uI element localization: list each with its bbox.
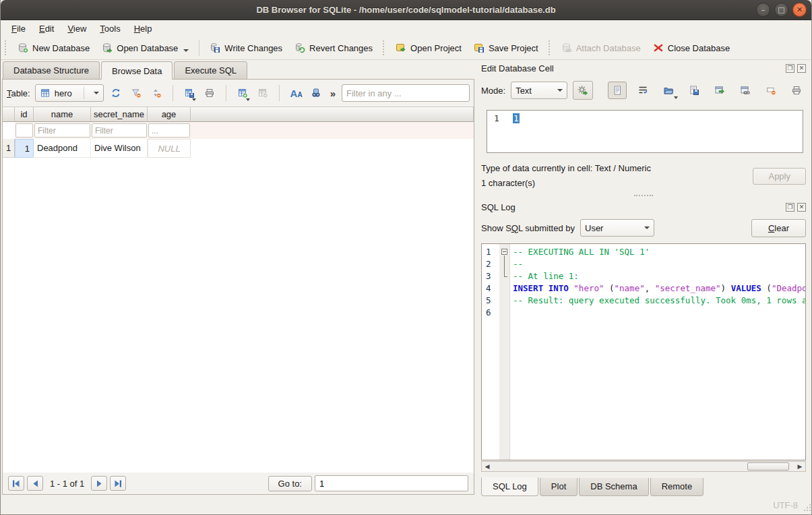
filter-input-age[interactable] bbox=[148, 123, 190, 138]
text-view-button[interactable] bbox=[608, 82, 627, 99]
row-header[interactable]: 1 bbox=[3, 139, 15, 158]
clear-log-button[interactable]: Clear bbox=[751, 219, 806, 237]
goto-input[interactable] bbox=[315, 475, 468, 491]
horizontal-scrollbar[interactable]: ◀ ▶ bbox=[481, 461, 806, 472]
export-table-dropdown-icon[interactable] bbox=[192, 98, 196, 101]
apply-button[interactable]: Apply bbox=[753, 168, 806, 185]
save-project-button[interactable]: Save Project bbox=[468, 40, 544, 56]
new-database-button[interactable]: New Database bbox=[11, 40, 96, 56]
revert-changes-button[interactable]: Revert Changes bbox=[288, 40, 379, 56]
close-database-button[interactable]: Close Database bbox=[647, 40, 737, 56]
delete-record-button[interactable] bbox=[255, 84, 271, 102]
import-data-dropdown-icon[interactable] bbox=[674, 96, 678, 99]
sql-source-select[interactable]: User bbox=[580, 219, 654, 237]
import-data-button[interactable] bbox=[659, 82, 678, 99]
tab-remote[interactable]: Remote bbox=[650, 478, 704, 496]
close-button[interactable]: ✕ bbox=[792, 3, 807, 17]
minimize-button[interactable]: – bbox=[756, 3, 770, 17]
tab-db-schema[interactable]: DB Schema bbox=[579, 478, 648, 496]
maximize-button[interactable]: □ bbox=[774, 3, 788, 17]
scroll-right-icon[interactable]: ▶ bbox=[794, 462, 805, 471]
column-header-name[interactable]: name bbox=[34, 107, 91, 122]
mode-label: Mode: bbox=[481, 86, 505, 96]
insert-record-dropdown-icon[interactable] bbox=[246, 98, 250, 101]
menu-item-edit[interactable]: Edit bbox=[32, 22, 61, 36]
copy-link-button[interactable] bbox=[736, 82, 755, 99]
table-select[interactable]: hero bbox=[35, 84, 104, 102]
menu-item-tools[interactable]: Tools bbox=[93, 22, 127, 36]
filter-input-name[interactable] bbox=[34, 123, 90, 138]
word-wrap-button[interactable] bbox=[633, 82, 652, 99]
dock-splitter[interactable] bbox=[481, 191, 806, 200]
close-dock-button[interactable]: ✕ bbox=[797, 64, 806, 73]
column-header-age[interactable]: age bbox=[148, 107, 191, 122]
tab-sql-log[interactable]: SQL Log bbox=[481, 477, 538, 496]
filter-row-header bbox=[3, 122, 15, 139]
refresh-button[interactable] bbox=[108, 84, 124, 102]
tab-plot[interactable]: Plot bbox=[540, 478, 577, 496]
previous-record-button[interactable] bbox=[27, 476, 43, 491]
filter-cell-name bbox=[34, 122, 91, 139]
link-icon bbox=[740, 85, 751, 96]
open-project-button[interactable]: Open Project bbox=[389, 40, 468, 56]
menu-item-file[interactable]: File bbox=[5, 22, 32, 36]
data-grid[interactable]: id name secret_name age bbox=[3, 107, 474, 473]
export-data-button[interactable] bbox=[685, 82, 704, 99]
clear-sorting-button[interactable] bbox=[148, 84, 164, 102]
toolbar-drag-handle[interactable] bbox=[5, 40, 9, 55]
cell-id[interactable]: 1 bbox=[15, 139, 34, 158]
grid-corner-header[interactable] bbox=[3, 107, 15, 122]
clear-filters-button[interactable] bbox=[129, 84, 144, 102]
format-toolbar-button[interactable]: AA bbox=[288, 84, 304, 102]
edit-cell-dock-header: Edit Database Cell ❐ ✕ bbox=[481, 61, 806, 75]
cell-name[interactable]: Deadpond bbox=[34, 139, 91, 158]
first-record-button[interactable] bbox=[8, 476, 24, 491]
cell-age[interactable]: NULL bbox=[148, 139, 191, 158]
last-record-icon bbox=[114, 480, 122, 487]
close-dock-button[interactable]: ✕ bbox=[797, 203, 806, 212]
tab-database-structure[interactable]: Database Structure bbox=[3, 61, 100, 79]
set-null-button[interactable] bbox=[761, 82, 780, 99]
sql-log-editor[interactable]: 123456 -- EXECUTING ALL IN 'SQL 1'---- A… bbox=[481, 243, 806, 460]
sql-line-numbers: 123456 bbox=[482, 244, 499, 460]
last-record-button[interactable] bbox=[110, 476, 126, 491]
toolbar-drag-handle[interactable] bbox=[383, 40, 387, 55]
tab-browse-data[interactable]: Browse Data bbox=[101, 61, 173, 80]
open-in-external-button[interactable] bbox=[710, 82, 729, 99]
filter-input-secret-name[interactable] bbox=[92, 123, 147, 138]
menu-item-view[interactable]: View bbox=[61, 22, 93, 36]
filter-any-column-input[interactable] bbox=[342, 84, 470, 102]
set-null-icon bbox=[766, 85, 776, 96]
print-cell-button[interactable] bbox=[787, 82, 806, 99]
filter-input-id[interactable] bbox=[15, 123, 33, 138]
toolbar-drag-handle[interactable] bbox=[549, 40, 553, 55]
cell-secret-name[interactable]: Dive Wilson bbox=[91, 139, 148, 158]
scroll-left-icon[interactable]: ◀ bbox=[482, 462, 493, 471]
find-in-table-button[interactable] bbox=[309, 84, 324, 102]
toolbar-overflow-icon[interactable]: » bbox=[329, 88, 337, 99]
mode-select[interactable]: Text bbox=[511, 82, 567, 99]
float-dock-button[interactable]: ❐ bbox=[786, 64, 794, 73]
column-header-id[interactable]: id bbox=[15, 107, 34, 122]
open-database-button[interactable]: Open Database bbox=[96, 40, 195, 56]
tab-execute-sql[interactable]: Execute SQL bbox=[174, 61, 247, 79]
export-table-button[interactable] bbox=[182, 84, 197, 102]
encoding-label: UTF-8 bbox=[773, 500, 798, 510]
fold-collapse-icon[interactable] bbox=[501, 249, 507, 255]
attach-database-button[interactable]: Attach Database bbox=[555, 40, 647, 56]
float-dock-button[interactable]: ❐ bbox=[786, 203, 794, 212]
menu-item-help[interactable]: Help bbox=[127, 22, 159, 36]
resize-grip[interactable] bbox=[803, 504, 811, 512]
sql-line: -- bbox=[513, 258, 805, 270]
write-changes-button[interactable]: Write Changes bbox=[204, 40, 288, 56]
next-record-button[interactable] bbox=[91, 476, 107, 491]
scrollbar-thumb[interactable] bbox=[747, 462, 789, 471]
cell-editor[interactable]: 1 1 bbox=[487, 110, 803, 153]
goto-button[interactable]: Go to: bbox=[268, 476, 312, 491]
open-database-dropdown-icon[interactable] bbox=[183, 49, 189, 52]
insert-record-button[interactable] bbox=[235, 84, 251, 102]
auto-switch-mode-button[interactable] bbox=[573, 81, 593, 100]
column-header-secret-name[interactable]: secret_name bbox=[91, 107, 148, 122]
print-table-button[interactable] bbox=[201, 84, 217, 102]
titlebar[interactable]: DB Browser for SQLite - /home/user/code/… bbox=[1, 0, 811, 20]
